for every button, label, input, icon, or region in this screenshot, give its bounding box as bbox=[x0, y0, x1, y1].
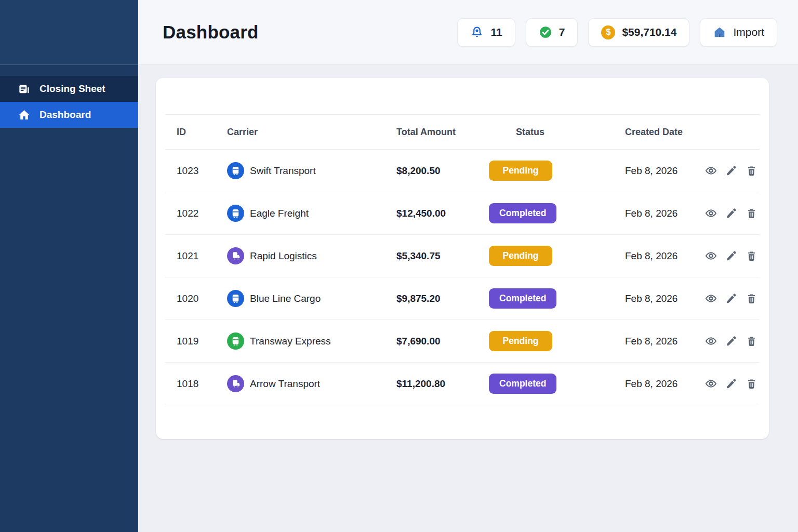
delete-icon[interactable] bbox=[746, 335, 757, 347]
row-actions bbox=[704, 335, 760, 347]
house-icon bbox=[713, 25, 726, 39]
row-id: 1022 bbox=[165, 192, 227, 235]
page-title: Dashboard bbox=[163, 22, 259, 43]
carrier-name: Transway Express bbox=[250, 336, 331, 347]
closing-sheet-icon bbox=[18, 83, 31, 96]
edit-icon[interactable] bbox=[725, 165, 737, 177]
carrier-cell: Arrow Transport bbox=[227, 375, 396, 392]
row-date: Feb 8, 2026 bbox=[625, 277, 704, 320]
carrier-name: Blue Line Cargo bbox=[250, 293, 321, 304]
coin-symbol: $ bbox=[606, 28, 610, 37]
carrier-name: Arrow Transport bbox=[250, 378, 320, 390]
edit-icon[interactable] bbox=[725, 250, 737, 262]
delete-icon[interactable] bbox=[746, 378, 757, 390]
notifications-count: 11 bbox=[490, 26, 502, 38]
view-icon[interactable] bbox=[705, 165, 717, 177]
status-badge: Completed bbox=[489, 203, 556, 223]
sidebar-header bbox=[0, 0, 138, 65]
table-row: 1023 Swift Transport $8,200.50 Pending F… bbox=[165, 150, 760, 192]
carrier-name: Rapid Logistics bbox=[250, 250, 317, 262]
table-head: ID Carrier Total Amount Status Created D… bbox=[165, 115, 760, 150]
row-actions bbox=[704, 292, 760, 304]
row-actions bbox=[704, 378, 760, 390]
carrier-icon bbox=[227, 375, 244, 392]
row-id: 1018 bbox=[165, 363, 227, 405]
edit-icon[interactable] bbox=[725, 378, 737, 390]
row-date: Feb 8, 2026 bbox=[625, 192, 704, 235]
sidebar: Closing Sheet Dashboard bbox=[0, 0, 138, 532]
carrier-cell: Swift Transport bbox=[227, 162, 396, 179]
carrier-icon bbox=[227, 332, 244, 350]
status-badge: Completed bbox=[489, 374, 556, 394]
row-amount: $5,340.75 bbox=[396, 235, 489, 277]
row-date: Feb 8, 2026 bbox=[625, 235, 704, 277]
row-date: Feb 8, 2026 bbox=[625, 320, 704, 363]
approved-badge[interactable]: 7 bbox=[526, 18, 578, 47]
carrier-name: Swift Transport bbox=[250, 165, 316, 177]
row-amount: $12,450.00 bbox=[396, 192, 489, 235]
col-header-amount: Total Amount bbox=[396, 115, 489, 150]
edit-icon[interactable] bbox=[725, 292, 737, 304]
row-actions bbox=[704, 250, 760, 262]
col-header-id: ID bbox=[165, 115, 227, 150]
view-icon[interactable] bbox=[705, 250, 717, 262]
content-area: ID Carrier Total Amount Status Created D… bbox=[138, 65, 798, 532]
bus-icon bbox=[230, 335, 242, 347]
delete-icon[interactable] bbox=[746, 292, 757, 304]
col-header-status: Status bbox=[489, 115, 625, 150]
carrier-name: Eagle Freight bbox=[250, 208, 309, 219]
col-header-date: Created Date bbox=[625, 115, 704, 150]
row-id: 1021 bbox=[165, 235, 227, 277]
sidebar-item-dashboard[interactable]: Dashboard bbox=[0, 102, 138, 128]
carrier-icon bbox=[227, 162, 244, 179]
topbar: Dashboard 11 7 bbox=[138, 0, 798, 65]
view-icon[interactable] bbox=[705, 207, 717, 219]
row-id: 1023 bbox=[165, 150, 227, 192]
table-row: 1019 Transway Express $7,690.00 Pending … bbox=[165, 320, 760, 363]
sidebar-item-closing-sheet[interactable]: Closing Sheet bbox=[0, 76, 138, 102]
dollar-coin-icon: $ bbox=[601, 25, 615, 39]
balance-badge[interactable]: $ $59,710.14 bbox=[588, 18, 689, 47]
row-amount: $9,875.20 bbox=[396, 277, 489, 320]
status-badge: Pending bbox=[489, 331, 552, 351]
carrier-cell: Rapid Logistics bbox=[227, 247, 396, 264]
view-icon[interactable] bbox=[705, 378, 717, 390]
sidebar-item-label: Dashboard bbox=[39, 109, 91, 121]
truck-icon bbox=[230, 378, 242, 390]
row-date: Feb 8, 2026 bbox=[625, 150, 704, 192]
delete-icon[interactable] bbox=[746, 207, 757, 219]
carrier-icon bbox=[227, 290, 244, 307]
bus-icon bbox=[230, 292, 242, 304]
closings-table: ID Carrier Total Amount Status Created D… bbox=[165, 114, 760, 405]
main-area: Dashboard 11 7 bbox=[138, 0, 798, 532]
bus-icon bbox=[230, 207, 242, 219]
carrier-cell: Eagle Freight bbox=[227, 205, 396, 222]
row-amount: $8,200.50 bbox=[396, 150, 489, 192]
bell-icon bbox=[470, 25, 484, 39]
truck-icon bbox=[230, 250, 242, 262]
edit-icon[interactable] bbox=[725, 335, 737, 347]
row-actions bbox=[704, 165, 760, 177]
delete-icon[interactable] bbox=[746, 165, 757, 177]
view-icon[interactable] bbox=[705, 335, 717, 347]
sidebar-item-label: Closing Sheet bbox=[39, 83, 105, 95]
notifications-badge[interactable]: 11 bbox=[457, 18, 515, 47]
table-row: 1021 Rapid Logistics $5,340.75 Pending F… bbox=[165, 235, 760, 277]
home-icon bbox=[18, 109, 31, 122]
topbar-badges: 11 7 $ $59,710.14 bbox=[457, 18, 777, 47]
row-amount: $11,200.80 bbox=[396, 363, 489, 405]
edit-icon[interactable] bbox=[725, 207, 737, 219]
status-badge: Completed bbox=[489, 288, 556, 309]
status-badge: Pending bbox=[489, 246, 552, 266]
row-actions bbox=[704, 207, 760, 219]
check-circle-icon bbox=[539, 25, 552, 39]
carrier-icon bbox=[227, 247, 244, 264]
import-button[interactable]: Import bbox=[700, 18, 777, 47]
carrier-cell: Transway Express bbox=[227, 332, 396, 350]
view-icon[interactable] bbox=[705, 292, 717, 304]
table-row: 1022 Eagle Freight $12,450.00 Completed … bbox=[165, 192, 760, 235]
table-row: 1020 Blue Line Cargo $9,875.20 Completed… bbox=[165, 277, 760, 320]
app-root: Closing Sheet Dashboard Dashboard bbox=[0, 0, 798, 532]
delete-icon[interactable] bbox=[746, 250, 757, 262]
col-header-actions bbox=[704, 115, 760, 150]
